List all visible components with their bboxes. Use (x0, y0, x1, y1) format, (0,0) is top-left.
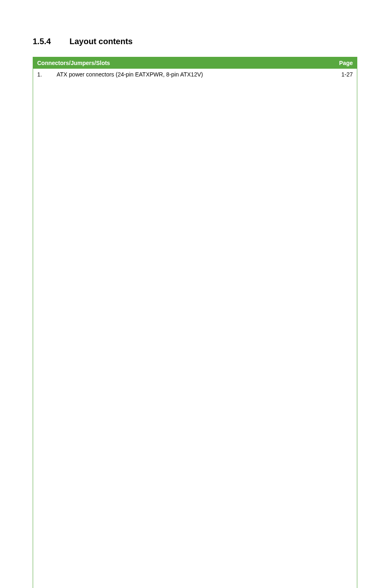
table-row: 1.ATX power connectors (24-pin EATXPWR, … (33, 69, 357, 588)
table-header-page: Page (328, 57, 357, 69)
table-header-left: Connectors/Jumpers/Slots (33, 57, 329, 69)
section-number: 1.5.4 (33, 37, 69, 46)
row-page: 1-27 (328, 69, 357, 588)
section-heading-layout: 1.5.4Layout contents (33, 37, 357, 46)
section-title: Layout contents (69, 37, 132, 46)
connectors-table: Connectors/Jumpers/Slots Page 1.ATX powe… (33, 57, 357, 588)
row-desc: ATX power connectors (24-pin EATXPWR, 8-… (53, 69, 329, 588)
row-number: 1. (33, 69, 53, 588)
connectors-tbody: 1.ATX power connectors (24-pin EATXPWR, … (33, 69, 357, 588)
